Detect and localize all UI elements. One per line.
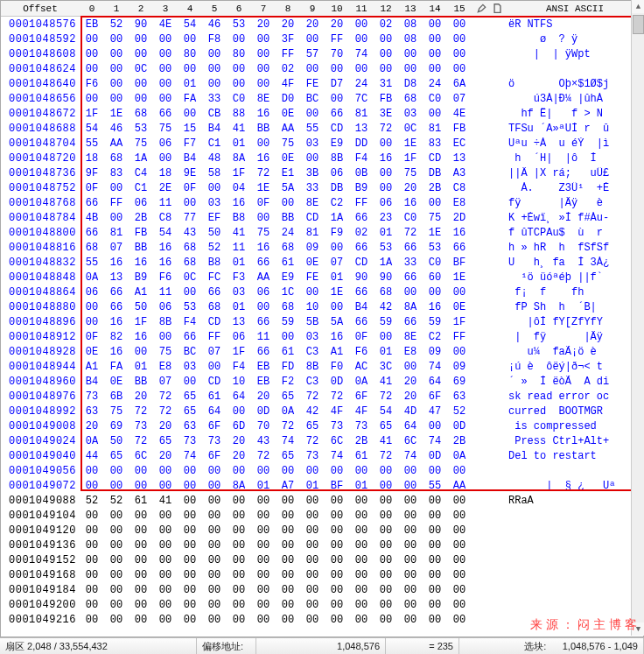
hex-row[interactable]: 000104865600000000FA33C08ED0BC007CFB68C0… [1, 91, 643, 106]
ascii-cell[interactable]: U h¸ fa Í 3À¿ [507, 257, 643, 269]
ascii-cell[interactable]: ´ » Í ëòÃ A di [507, 376, 643, 388]
hex-row[interactable]: 000104870455AA7506F7C101007503E9DD001E83… [1, 136, 643, 151]
hex-rows[interactable]: 0001048576EB52904E5446532020202000020800… [1, 17, 643, 636]
hex-row[interactable]: 00010488006681FB54435041752481F90201721E… [1, 225, 643, 240]
ascii-cell[interactable]: f ûTCPAu$ ù r [507, 227, 643, 239]
ascii-cell[interactable] [507, 584, 643, 596]
hex-cell[interactable]: 0666A111006603061C001E6668000000 [80, 286, 472, 299]
hex-row[interactable]: 0001049168000000000000000000000000000000… [1, 567, 643, 582]
hex-cell[interactable]: 9F83C4189E581F72E13B060B0075DBA3 [80, 167, 472, 179]
hex-row[interactable]: 0001048976736B2072656164206572726F72206F… [1, 389, 643, 404]
ascii-cell[interactable]: Press Ctrl+Alt+ [507, 435, 643, 447]
ascii-cell[interactable]: | § ¿ Uª [507, 480, 643, 492]
hex-row[interactable]: 00010490240A5072657373204374726C2B416C74… [1, 433, 643, 448]
hex-cell[interactable]: 00000000000000000000000000000000 [80, 614, 472, 626]
hex-row[interactable]: 00010485920000000000F800003F00FF00000800… [1, 32, 643, 46]
hex-cell[interactable]: 00000000FA33C08ED0BC007CFB68C007 [80, 93, 472, 105]
hex-cell[interactable]: 00000000000000000000000000000000 [80, 510, 472, 522]
hex-cell[interactable]: A1FA01E80300F4EBFD8BF0AC3C007409 [80, 361, 472, 373]
hex-row[interactable]: 00010486080000000080008000FF577074000000… [1, 46, 643, 61]
hex-cell[interactable]: 00000000000000000000000000000000 [80, 584, 472, 596]
hex-cell[interactable]: 1F1E686600CB88160E0066813E03004E [80, 108, 472, 120]
ascii-cell[interactable]: ¡ú è ôëý|ð¬< t [507, 361, 643, 373]
hex-row[interactable]: 00010487520F00C12E0F00041E5A33DBB900202B… [1, 180, 643, 195]
hex-row[interactable]: 00010488166807BB166852111668090066536653… [1, 240, 643, 255]
hex-row[interactable]: 0001049200000000000000000000000000000000… [1, 597, 643, 612]
ascii-cell[interactable]: ø ? ÿ [507, 33, 643, 46]
hex-cell[interactable]: 52526141000000000000000000000000 [80, 495, 472, 507]
hex-row[interactable]: 0001048944A1FA01E80300F4EBFD8BF0AC3C0074… [1, 359, 643, 374]
hex-cell[interactable]: 0000000000008A01A701BF01000055AA [80, 480, 472, 492]
hex-row[interactable]: 00010486721F1E686600CB88160E0066813E0300… [1, 106, 643, 121]
hex-row[interactable]: 00010489120F82160066FF06110003160F008EC2… [1, 329, 643, 344]
hex-cell[interactable]: 0A13B9F60CFCF3AAE9FE01909066601E [80, 271, 472, 284]
ascii-cell[interactable]: u¼ faÃ¡ö è [507, 346, 643, 358]
hex-row[interactable]: 000104889600161F8BF4CD1366595B5A66596659… [1, 314, 643, 329]
hex-cell[interactable]: 18681A00B4488A160E008BF4161FCD13 [80, 152, 472, 165]
hex-cell[interactable]: 0F00C12E0F00041E5A33DBB900202BC8 [80, 182, 472, 194]
hex-row[interactable]: 00010488480A13B9F60CFCF3AAE9FE0190906660… [1, 270, 643, 285]
ascii-cell[interactable]: h » hR h fSfSf [507, 242, 643, 254]
hex-row[interactable]: 00010487369F83C4189E581F72E13B060B0075DB… [1, 165, 643, 180]
ascii-cell[interactable]: h ´H| |ô Í [507, 152, 643, 165]
hex-row[interactable]: 00010487844B002BC877EFB800BBCD1A6623C075… [1, 210, 643, 225]
hex-cell[interactable]: B40EBB0700CD10EBF2C30D0A41206469 [80, 376, 472, 388]
scroll-thumb[interactable] [633, 15, 644, 34]
hex-cell[interactable]: 637572726564000D0A424F4F544D4752 [80, 405, 472, 418]
ascii-cell[interactable] [507, 465, 643, 477]
ascii-cell[interactable] [507, 599, 643, 611]
vertical-scrollbar[interactable]: ▲ ▼ [631, 0, 644, 636]
hex-cell[interactable]: 0066500653680100681000B4428A160E [80, 301, 472, 313]
ascii-cell[interactable] [507, 524, 643, 537]
hex-cell[interactable]: 0000000000F800003F00FF0000080000 [80, 33, 472, 46]
hex-cell[interactable]: F6000000010000004FFED72431D8246A [80, 78, 472, 90]
hex-cell[interactable]: 66FF06110003160F008EC2FF061600E8 [80, 197, 472, 209]
hex-row[interactable]: 000104904044656C20746F20726573746172740D… [1, 448, 643, 463]
ascii-cell[interactable]: ||Ä |X rá; uÛ£ [507, 167, 643, 179]
hex-cell[interactable]: 44656C20746F20726573746172740D0A [80, 450, 472, 462]
hex-row[interactable]: 000104872018681A00B4488A160E008BF4161FCD… [1, 151, 643, 165]
hex-cell[interactable]: 0E160075BC071F6661C3A1F601E80900 [80, 346, 472, 358]
hex-row[interactable]: 0001049104000000000000000000000000000000… [1, 508, 643, 523]
hex-row[interactable]: 0001049152000000000000000000000000000000… [1, 552, 643, 567]
hex-row[interactable]: 0001049120000000000000000000000000000000… [1, 523, 643, 538]
ascii-cell[interactable]: fÿ |Âÿ è [507, 197, 643, 209]
hex-cell[interactable]: 00000000000000000000000000000000 [80, 539, 472, 552]
hex-row[interactable]: 0001048992637572726564000D0A424F4F544D47… [1, 404, 643, 418]
pencil-icon[interactable] [477, 4, 486, 13]
hex-row[interactable]: 000104876866FF06110003160F008EC2FF061600… [1, 195, 643, 210]
ascii-cell[interactable]: f¡ f fh [507, 286, 643, 299]
hex-row[interactable]: 00010488640666A111006603061C001E66680000… [1, 285, 643, 299]
ascii-cell[interactable] [507, 510, 643, 522]
ascii-cell[interactable]: curred BOOTMGR [507, 405, 643, 418]
scroll-down-button[interactable]: ▼ [632, 622, 644, 636]
hex-row[interactable]: 00010489280E160075BC071F6661C3A1F601E809… [1, 344, 643, 359]
ascii-cell[interactable]: | fÿ |Âÿ [507, 331, 643, 343]
hex-row[interactable]: 000104862400000C000000000002000000000000… [1, 61, 643, 76]
hex-row[interactable]: 00010488325516161668B80166610E07CD1A33C0… [1, 255, 643, 270]
hex-cell[interactable]: 5446537515B441BBAA55CD13720C81FB [80, 123, 472, 135]
hex-cell[interactable]: 0A5072657373204374726C2B416C742B [80, 435, 472, 447]
ascii-cell[interactable] [507, 63, 643, 75]
hex-cell[interactable]: EB52904E544653202020200002080000 [80, 18, 472, 31]
hex-cell[interactable]: 00000000000000000000000000000000 [80, 465, 472, 477]
ascii-cell[interactable]: hf Ë| f > N [507, 108, 643, 120]
hex-row[interactable]: 00010488800066500653680100681000B4428A16… [1, 299, 643, 314]
hex-cell[interactable]: 00000000000000000000000000000000 [80, 569, 472, 581]
hex-cell[interactable]: 00000000000000000000000000000000 [80, 599, 472, 611]
hex-cell[interactable]: 00000C00000000000200000000000000 [80, 63, 472, 75]
hex-cell[interactable]: 5516161668B80166610E07CD1A33C0BF [80, 257, 472, 269]
ascii-cell[interactable]: ú3À|Ð¼ |ûhÀ [507, 93, 643, 105]
ascii-cell[interactable]: RRaA [507, 495, 643, 507]
hex-row[interactable]: 000104900820697320636F6D7072657373656400… [1, 418, 643, 433]
hex-cell[interactable]: 00000000000000000000000000000000 [80, 554, 472, 566]
hex-row[interactable]: 0001049056000000000000000000000000000000… [1, 463, 643, 478]
hex-cell[interactable]: 0000000080008000FF57707400000000 [80, 48, 472, 60]
hex-row[interactable]: 0001049136000000000000000000000000000000… [1, 538, 643, 552]
hex-cell[interactable]: 20697320636F6D70726573736564000D [80, 420, 472, 432]
hex-cell[interactable]: 6807BB16685211166809006653665366 [80, 242, 472, 254]
page-icon[interactable] [493, 4, 502, 13]
ascii-cell[interactable]: K +Èwï¸ »Í f#Àu- [507, 212, 643, 224]
ascii-cell[interactable]: Uªu ÷Á u éÝ |ì [507, 137, 643, 150]
ascii-cell[interactable] [507, 569, 643, 581]
